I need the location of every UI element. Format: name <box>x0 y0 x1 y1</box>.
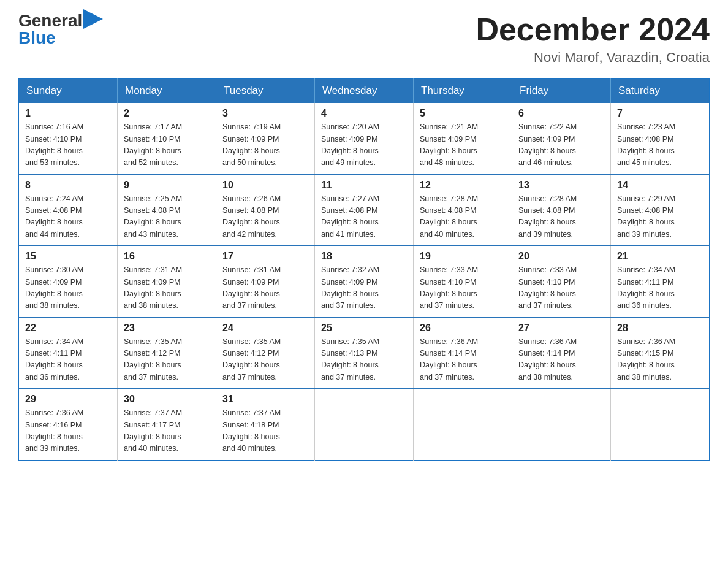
calendar-week-row: 22 Sunrise: 7:34 AM Sunset: 4:11 PM Dayl… <box>19 317 710 389</box>
calendar-cell: 8 Sunrise: 7:24 AM Sunset: 4:08 PM Dayli… <box>19 174 118 246</box>
day-info: Sunrise: 7:32 AM Sunset: 4:09 PM Dayligh… <box>321 266 379 310</box>
day-info: Sunrise: 7:37 AM Sunset: 4:17 PM Dayligh… <box>124 408 182 453</box>
page-header: General Blue December 2024 Novi Marof, V… <box>18 12 710 66</box>
calendar-table: SundayMondayTuesdayWednesdayThursdayFrid… <box>18 78 710 461</box>
calendar-cell: 30 Sunrise: 7:37 AM Sunset: 4:17 PM Dayl… <box>118 389 216 461</box>
day-number: 24 <box>222 323 308 334</box>
calendar-cell: 31 Sunrise: 7:37 AM Sunset: 4:18 PM Dayl… <box>216 389 315 461</box>
calendar-cell: 15 Sunrise: 7:30 AM Sunset: 4:09 PM Dayl… <box>19 246 118 318</box>
calendar-cell <box>512 389 611 461</box>
calendar-cell: 14 Sunrise: 7:29 AM Sunset: 4:08 PM Dayl… <box>611 174 710 246</box>
day-number: 7 <box>617 108 703 119</box>
logo-general-text: General <box>18 12 82 29</box>
calendar-week-row: 1 Sunrise: 7:16 AM Sunset: 4:10 PM Dayli… <box>19 103 710 174</box>
calendar-cell: 26 Sunrise: 7:36 AM Sunset: 4:14 PM Dayl… <box>414 317 512 389</box>
day-info: Sunrise: 7:24 AM Sunset: 4:08 PM Dayligh… <box>25 194 83 239</box>
calendar-week-row: 8 Sunrise: 7:24 AM Sunset: 4:08 PM Dayli… <box>19 174 710 246</box>
calendar-cell: 3 Sunrise: 7:19 AM Sunset: 4:09 PM Dayli… <box>216 103 315 174</box>
calendar-cell: 29 Sunrise: 7:36 AM Sunset: 4:16 PM Dayl… <box>19 389 118 461</box>
calendar-cell: 27 Sunrise: 7:36 AM Sunset: 4:14 PM Dayl… <box>512 317 611 389</box>
day-info: Sunrise: 7:36 AM Sunset: 4:16 PM Dayligh… <box>25 408 83 453</box>
calendar-cell: 4 Sunrise: 7:20 AM Sunset: 4:09 PM Dayli… <box>315 103 414 174</box>
calendar-cell: 20 Sunrise: 7:33 AM Sunset: 4:10 PM Dayl… <box>512 246 611 318</box>
calendar-cell: 19 Sunrise: 7:33 AM Sunset: 4:10 PM Dayl… <box>414 246 512 318</box>
day-number: 28 <box>617 323 703 334</box>
day-info: Sunrise: 7:37 AM Sunset: 4:18 PM Dayligh… <box>222 408 281 453</box>
logo: General Blue <box>18 12 103 48</box>
day-number: 29 <box>25 394 111 405</box>
day-number: 22 <box>25 323 111 334</box>
day-number: 8 <box>25 180 111 191</box>
day-number: 3 <box>222 108 308 119</box>
column-header-saturday: Saturday <box>611 79 710 104</box>
column-header-wednesday: Wednesday <box>315 79 414 104</box>
day-info: Sunrise: 7:35 AM Sunset: 4:12 PM Dayligh… <box>124 337 182 381</box>
calendar-cell: 21 Sunrise: 7:34 AM Sunset: 4:11 PM Dayl… <box>611 246 710 318</box>
day-number: 20 <box>518 251 604 262</box>
day-number: 2 <box>124 108 210 119</box>
day-info: Sunrise: 7:16 AM Sunset: 4:10 PM Dayligh… <box>25 123 83 167</box>
day-info: Sunrise: 7:34 AM Sunset: 4:11 PM Dayligh… <box>25 337 83 381</box>
column-header-friday: Friday <box>512 79 611 104</box>
calendar-cell: 28 Sunrise: 7:36 AM Sunset: 4:15 PM Dayl… <box>611 317 710 389</box>
day-info: Sunrise: 7:35 AM Sunset: 4:13 PM Dayligh… <box>321 337 379 381</box>
calendar-cell: 5 Sunrise: 7:21 AM Sunset: 4:09 PM Dayli… <box>414 103 512 174</box>
day-info: Sunrise: 7:36 AM Sunset: 4:14 PM Dayligh… <box>420 337 478 381</box>
calendar-cell: 24 Sunrise: 7:35 AM Sunset: 4:12 PM Dayl… <box>216 317 315 389</box>
day-number: 25 <box>321 323 407 334</box>
day-number: 1 <box>25 108 111 119</box>
day-info: Sunrise: 7:22 AM Sunset: 4:09 PM Dayligh… <box>518 123 577 167</box>
day-info: Sunrise: 7:28 AM Sunset: 4:08 PM Dayligh… <box>420 194 478 239</box>
day-number: 17 <box>222 251 308 262</box>
calendar-cell: 1 Sunrise: 7:16 AM Sunset: 4:10 PM Dayli… <box>19 103 118 174</box>
day-number: 18 <box>321 251 407 262</box>
day-info: Sunrise: 7:20 AM Sunset: 4:09 PM Dayligh… <box>321 123 379 167</box>
calendar-cell: 10 Sunrise: 7:26 AM Sunset: 4:08 PM Dayl… <box>216 174 315 246</box>
day-info: Sunrise: 7:28 AM Sunset: 4:08 PM Dayligh… <box>518 194 577 239</box>
svg-marker-0 <box>83 9 103 29</box>
calendar-cell <box>414 389 512 461</box>
title-block: December 2024 Novi Marof, Varazdin, Croa… <box>476 12 710 66</box>
day-number: 12 <box>420 180 506 191</box>
logo-blue-text: Blue <box>18 28 103 48</box>
day-number: 15 <box>25 251 111 262</box>
calendar-cell: 22 Sunrise: 7:34 AM Sunset: 4:11 PM Dayl… <box>19 317 118 389</box>
calendar-cell: 9 Sunrise: 7:25 AM Sunset: 4:08 PM Dayli… <box>118 174 216 246</box>
day-info: Sunrise: 7:30 AM Sunset: 4:09 PM Dayligh… <box>25 266 83 310</box>
day-number: 9 <box>124 180 210 191</box>
day-info: Sunrise: 7:21 AM Sunset: 4:09 PM Dayligh… <box>420 123 478 167</box>
calendar-cell: 17 Sunrise: 7:31 AM Sunset: 4:09 PM Dayl… <box>216 246 315 318</box>
calendar-cell <box>315 389 414 461</box>
day-info: Sunrise: 7:35 AM Sunset: 4:12 PM Dayligh… <box>222 337 281 381</box>
day-number: 27 <box>518 323 604 334</box>
day-info: Sunrise: 7:23 AM Sunset: 4:08 PM Dayligh… <box>617 123 675 167</box>
calendar-cell: 12 Sunrise: 7:28 AM Sunset: 4:08 PM Dayl… <box>414 174 512 246</box>
day-number: 13 <box>518 180 604 191</box>
calendar-cell: 25 Sunrise: 7:35 AM Sunset: 4:13 PM Dayl… <box>315 317 414 389</box>
calendar-cell <box>611 389 710 461</box>
column-header-monday: Monday <box>118 79 216 104</box>
month-title: December 2024 <box>476 12 710 47</box>
calendar-week-row: 15 Sunrise: 7:30 AM Sunset: 4:09 PM Dayl… <box>19 246 710 318</box>
calendar-cell: 11 Sunrise: 7:27 AM Sunset: 4:08 PM Dayl… <box>315 174 414 246</box>
column-header-sunday: Sunday <box>19 79 118 104</box>
calendar-cell: 2 Sunrise: 7:17 AM Sunset: 4:10 PM Dayli… <box>118 103 216 174</box>
day-info: Sunrise: 7:19 AM Sunset: 4:09 PM Dayligh… <box>222 123 281 167</box>
day-number: 14 <box>617 180 703 191</box>
day-number: 4 <box>321 108 407 119</box>
day-info: Sunrise: 7:34 AM Sunset: 4:11 PM Dayligh… <box>617 266 675 310</box>
day-number: 19 <box>420 251 506 262</box>
calendar-cell: 18 Sunrise: 7:32 AM Sunset: 4:09 PM Dayl… <box>315 246 414 318</box>
calendar-header-row: SundayMondayTuesdayWednesdayThursdayFrid… <box>19 79 710 104</box>
calendar-cell: 7 Sunrise: 7:23 AM Sunset: 4:08 PM Dayli… <box>611 103 710 174</box>
day-info: Sunrise: 7:31 AM Sunset: 4:09 PM Dayligh… <box>222 266 281 310</box>
day-number: 11 <box>321 180 407 191</box>
column-header-thursday: Thursday <box>414 79 512 104</box>
day-number: 23 <box>124 323 210 334</box>
day-info: Sunrise: 7:25 AM Sunset: 4:08 PM Dayligh… <box>124 194 182 239</box>
day-number: 5 <box>420 108 506 119</box>
day-info: Sunrise: 7:33 AM Sunset: 4:10 PM Dayligh… <box>420 266 478 310</box>
column-header-tuesday: Tuesday <box>216 79 315 104</box>
calendar-cell: 23 Sunrise: 7:35 AM Sunset: 4:12 PM Dayl… <box>118 317 216 389</box>
day-number: 21 <box>617 251 703 262</box>
